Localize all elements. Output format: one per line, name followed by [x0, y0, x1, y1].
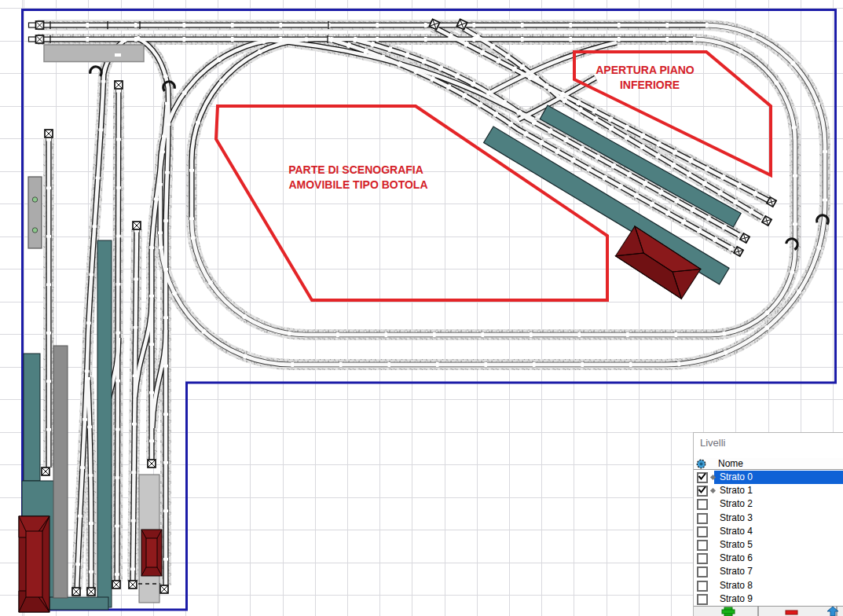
- svg-text:APERTURA PIANO: APERTURA PIANO: [596, 64, 695, 76]
- svg-text:PARTE DI SCENOGRAFIA: PARTE DI SCENOGRAFIA: [288, 163, 423, 176]
- svg-text:INFERIORE: INFERIORE: [620, 79, 680, 91]
- svg-text:AMOVIBILE TIPO BOTOLA: AMOVIBILE TIPO BOTOLA: [288, 178, 427, 191]
